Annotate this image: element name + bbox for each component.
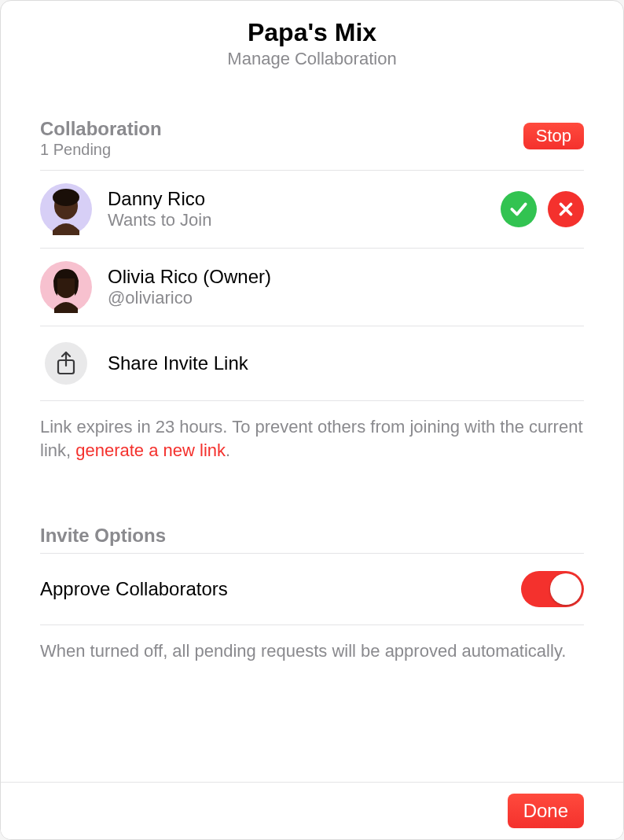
collaborator-row: Olivia Rico (Owner) @oliviarico	[40, 249, 584, 326]
share-invite-link-label: Share Invite Link	[108, 352, 248, 374]
window-subtitle: Manage Collaboration	[1, 49, 623, 69]
memoji-icon	[40, 261, 92, 313]
stop-button[interactable]: Stop	[523, 123, 584, 149]
invite-options-section-title: Invite Options	[40, 525, 584, 553]
done-button[interactable]: Done	[508, 794, 584, 828]
approve-collaborators-help: When turned off, all pending requests wi…	[40, 639, 584, 663]
avatar	[40, 183, 92, 235]
pending-actions	[501, 191, 584, 227]
header: Papa's Mix Manage Collaboration	[1, 1, 623, 79]
window-title: Papa's Mix	[1, 18, 623, 47]
avatar	[40, 261, 92, 313]
share-icon	[45, 342, 87, 385]
manage-collaboration-window: Papa's Mix Manage Collaboration Collabor…	[0, 0, 624, 840]
pending-count: 1 Pending	[40, 141, 162, 159]
checkmark-icon	[508, 199, 529, 219]
collaborator-info: Olivia Rico (Owner) @oliviarico	[108, 266, 584, 308]
approve-collaborators-row: Approve Collaborators	[40, 554, 584, 624]
collaborator-status: Wants to Join	[108, 210, 501, 230]
content: Collaboration 1 Pending Stop Danny Rico …	[1, 118, 623, 663]
approve-collaborators-label: Approve Collaborators	[40, 578, 228, 600]
generate-new-link[interactable]: generate a new link	[75, 440, 226, 460]
collaboration-section-title: Collaboration	[40, 118, 162, 140]
collaborator-name: Olivia Rico (Owner)	[108, 266, 584, 288]
x-icon	[556, 199, 576, 219]
collaborator-row: Danny Rico Wants to Join	[40, 171, 584, 248]
reject-button[interactable]	[548, 191, 584, 227]
svg-point-2	[53, 189, 79, 206]
footer: Done	[1, 782, 623, 839]
collaboration-section-header: Collaboration 1 Pending Stop	[40, 118, 584, 170]
memoji-icon	[40, 183, 92, 235]
approve-collaborators-toggle[interactable]	[521, 571, 584, 607]
link-expiry-info: Link expires in 23 hours. To prevent oth…	[40, 415, 584, 462]
divider	[40, 400, 584, 401]
collaborator-name: Danny Rico	[108, 188, 501, 210]
collaborator-handle: @oliviarico	[108, 288, 584, 308]
approve-button[interactable]	[501, 191, 537, 227]
share-invite-link-row[interactable]: Share Invite Link	[40, 326, 584, 400]
collaborator-info: Danny Rico Wants to Join	[108, 188, 501, 230]
divider	[40, 624, 584, 625]
